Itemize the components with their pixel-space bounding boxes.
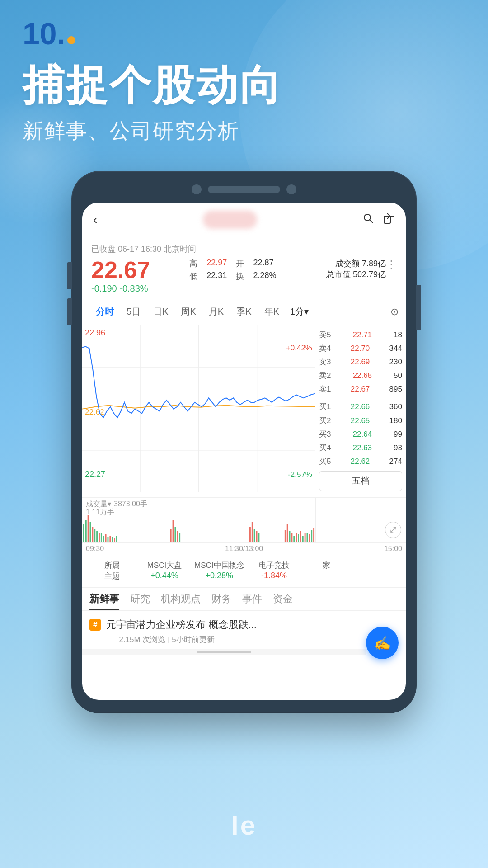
news-tab-yanjiu[interactable]: 研究 [130, 592, 150, 610]
news-tag-1: # [89, 619, 101, 631]
svg-rect-36 [285, 530, 286, 542]
volume-right-spacer: ⤢ [315, 498, 406, 542]
stock-name-blurred [203, 211, 257, 229]
tab-fenshi[interactable]: 分时 [89, 303, 120, 321]
phone-bottom-bar [82, 649, 366, 655]
side-button-power [416, 285, 421, 330]
expand-icon[interactable]: ⤢ [385, 522, 401, 538]
stock-change: -0.190 -0.83% [91, 283, 189, 294]
phone-frame: ‹ [72, 172, 416, 712]
theme-msci-large[interactable]: MSCI大盘 +0.44% [142, 560, 187, 582]
more-options-button[interactable]: ⋮ [386, 258, 397, 271]
news-item-1[interactable]: # 元宇宙潜力企业榜发布 概念股跌... 2.15M 次浏览 | 5小时前更新 [82, 611, 406, 650]
target-icon[interactable]: ⊙ [390, 306, 399, 318]
subheadline: 新鲜事、公司研究分析 [23, 117, 465, 145]
news-tabs: 新鲜事 研究 机构观点 财务 事件 资金 [82, 588, 406, 611]
esports-label: 电子竞技 [252, 560, 297, 571]
high-label: 高 [189, 258, 197, 269]
fab-write-button[interactable]: ✍ [366, 627, 399, 659]
change-pct: -0.83% [119, 283, 148, 293]
volume-main-chart: 成交量▾ 3873.00手 1.11万手 [82, 498, 315, 542]
news-tab-zijin[interactable]: 资金 [273, 592, 293, 610]
svg-rect-26 [170, 529, 172, 542]
svg-rect-39 [291, 533, 292, 542]
low-value: 22.31 [206, 271, 227, 282]
msci-large-pct: +0.44% [142, 571, 187, 580]
svg-rect-17 [99, 533, 100, 542]
order-book: 卖5 22.71 18 卖4 22.70 344 卖3 22.69 230 [315, 326, 406, 497]
volume-label: 成交额 [335, 259, 360, 268]
app-logo: 10. [23, 18, 465, 49]
headline: 捕捉个股动向 [23, 62, 465, 108]
share-button[interactable] [383, 212, 395, 227]
msci-china-label: MSCI中国概念 [194, 560, 244, 571]
side-button-vol-down [67, 298, 72, 326]
home-label: 家 [304, 560, 349, 571]
stock-section: 已收盘 06-17 16:30 北京时间 22.67 -0.190 -0.83%… [82, 237, 406, 298]
five-tier-button[interactable]: 五档 [319, 471, 402, 491]
svg-rect-34 [256, 531, 258, 542]
svg-rect-49 [313, 528, 314, 542]
time-labels: 09:30 11:30/13:00 15:00 [82, 542, 406, 555]
theme-msci-china[interactable]: MSCI中国概念 +0.28% [194, 560, 244, 582]
svg-rect-48 [311, 530, 312, 542]
stock-price-row: 22.67 -0.190 -0.83% 高 22.97 开 22.87 [91, 258, 397, 294]
svg-rect-41 [296, 533, 297, 542]
open-value: 22.87 [253, 258, 273, 269]
theme-esports[interactable]: 电子竞技 -1.84% [252, 560, 297, 582]
turnover-label: 换 [236, 271, 244, 282]
svg-rect-11 [85, 520, 87, 542]
tab-5day[interactable]: 5日 [120, 303, 147, 321]
tab-dayk[interactable]: 日K [147, 303, 174, 321]
write-icon: ✍ [374, 635, 391, 651]
svg-rect-22 [109, 536, 111, 542]
tab-weekk[interactable]: 周K [174, 303, 202, 321]
news-tab-caiwu[interactable]: 财务 [211, 592, 231, 610]
svg-rect-12 [88, 515, 89, 542]
theme-home[interactable]: 家 [304, 560, 349, 582]
open-label: 开 [236, 258, 244, 269]
phone-mockup: ‹ [72, 172, 416, 712]
home-indicator [197, 651, 251, 653]
chart-area: 22.96 22.62 22.27 +0.42% -2.57% [82, 326, 406, 497]
stock-status: 已收盘 06-17 16:30 北京时间 [91, 244, 397, 255]
back-button[interactable]: ‹ [93, 212, 97, 227]
time-end: 15:00 [384, 545, 402, 553]
market-cap-value: 502.79亿 [353, 270, 386, 279]
msci-large-label: MSCI大盘 [142, 560, 187, 571]
volume-chart-area: 成交量▾ 3873.00手 1.11万手 [82, 497, 406, 542]
svg-rect-31 [249, 527, 251, 542]
front-camera [192, 184, 202, 194]
sell-order-5: 卖5 22.71 18 [319, 328, 402, 342]
svg-rect-23 [112, 537, 113, 542]
news-tab-shijian[interactable]: 事件 [242, 592, 262, 610]
svg-line-1 [370, 220, 373, 223]
svg-rect-35 [258, 533, 259, 542]
search-button[interactable] [362, 212, 374, 227]
stock-low-row: 低 22.31 换 2.28% [189, 271, 287, 282]
news-tab-jigou[interactable]: 机构观点 [161, 592, 201, 610]
news-tab-xinxianshi[interactable]: 新鲜事 [89, 592, 119, 610]
svg-rect-37 [287, 524, 288, 542]
top-header: 10. 捕捉个股动向 新鲜事、公司研究分析 [0, 0, 488, 145]
sell-order-4: 卖4 22.70 344 [319, 342, 402, 355]
svg-rect-38 [289, 531, 291, 542]
svg-rect-42 [298, 534, 299, 542]
svg-rect-44 [302, 536, 304, 542]
tab-1min-dropdown[interactable]: 1分▾ [286, 303, 313, 321]
svg-rect-18 [101, 533, 102, 542]
tab-seasonk[interactable]: 季K [230, 303, 258, 321]
tab-yeark[interactable]: 年K [258, 303, 286, 321]
theme-item-main[interactable]: 所属主题 [89, 560, 135, 582]
change-amount: -0.190 [91, 283, 117, 293]
svg-rect-47 [309, 534, 310, 542]
market-cap-label: 总市值 [326, 270, 351, 279]
front-camera2 [286, 184, 296, 194]
time-start: 09:30 [86, 545, 104, 553]
svg-rect-28 [174, 527, 176, 542]
tab-monthk[interactable]: 月K [202, 303, 230, 321]
order-divider [319, 398, 402, 398]
svg-rect-30 [179, 533, 180, 542]
theme-main-label: 所属主题 [89, 560, 135, 582]
msci-china-pct: +0.28% [194, 571, 244, 580]
